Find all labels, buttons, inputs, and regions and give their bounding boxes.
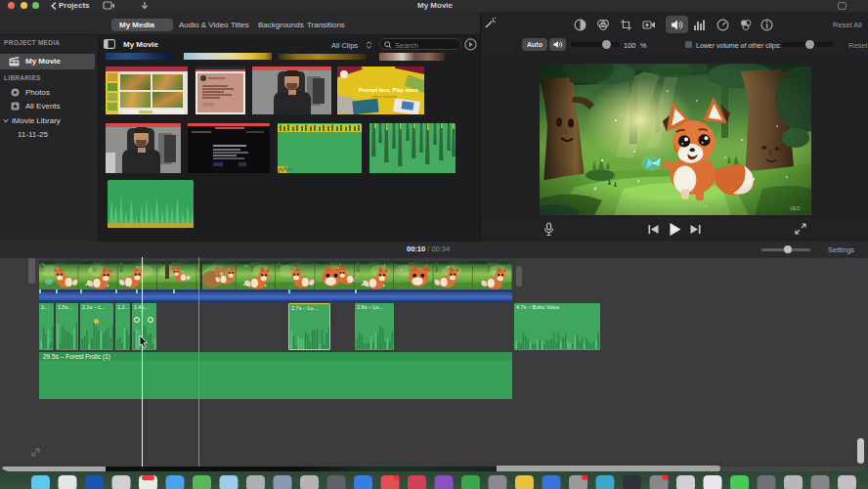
svg-text:VEO: VEO: [790, 205, 801, 211]
